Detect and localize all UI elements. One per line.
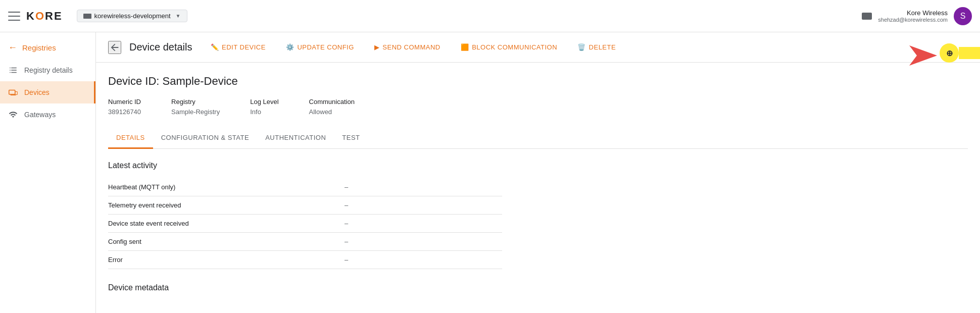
device-content: Device ID: Sample-Device Numeric ID 3891… bbox=[96, 63, 980, 313]
activity-value: – bbox=[345, 215, 502, 233]
table-row: Heartbeat (MQTT only)– bbox=[108, 178, 502, 196]
project-icon bbox=[83, 14, 91, 19]
latest-activity-section: Latest activity Heartbeat (MQTT only)–Te… bbox=[108, 161, 968, 269]
activity-value: – bbox=[345, 178, 502, 196]
device-meta: Numeric ID 389126740 Registry Sample-Reg… bbox=[108, 98, 968, 116]
registry-field: Registry Sample-Registry bbox=[171, 98, 220, 116]
user-info: Kore Wireless shehzad@korewireless.com bbox=[878, 9, 948, 23]
activity-table: Heartbeat (MQTT only)–Telemetry event re… bbox=[108, 178, 502, 269]
svg-rect-2 bbox=[10, 70, 11, 71]
registries-label: Registries bbox=[22, 43, 56, 52]
activity-value: – bbox=[345, 233, 502, 251]
back-arrow-icon: ← bbox=[8, 42, 17, 53]
device-icon bbox=[862, 13, 872, 20]
sidebar-item-devices[interactable]: Devices bbox=[0, 81, 95, 103]
sidebar-label-registry-details: Registry details bbox=[24, 66, 73, 74]
hamburger-menu-icon[interactable] bbox=[8, 10, 20, 22]
activity-label: Error bbox=[108, 251, 345, 269]
block-communication-button[interactable]: 🟧 BLOCK COMMUNICATION bbox=[455, 40, 563, 54]
sub-header: Device details ✏️ EDIT DEVICE ⚙️ UPDATE … bbox=[96, 32, 980, 63]
device-id-title: Device ID: Sample-Device bbox=[108, 75, 968, 88]
user-avatar[interactable]: S bbox=[954, 7, 972, 25]
communication-field: Communication Allowed bbox=[309, 98, 355, 116]
delete-button[interactable]: 🗑️ DELETE bbox=[571, 40, 622, 54]
latest-activity-title: Latest activity bbox=[108, 161, 968, 170]
gateway-icon bbox=[8, 110, 18, 120]
activity-label: Heartbeat (MQTT only) bbox=[108, 178, 345, 196]
log-level-field: Log Level Info bbox=[250, 98, 278, 116]
project-selector[interactable]: korewireless-development ▼ bbox=[77, 10, 187, 22]
table-row: Config sent– bbox=[108, 233, 502, 251]
activity-value: – bbox=[345, 196, 502, 215]
table-row: Error– bbox=[108, 251, 502, 269]
table-row: Device state event received– bbox=[108, 215, 502, 233]
svg-rect-0 bbox=[10, 68, 11, 69]
numeric-id-field: Numeric ID 389126740 bbox=[108, 98, 141, 116]
user-section: Kore Wireless shehzad@korewireless.com S bbox=[862, 7, 972, 25]
svg-rect-7 bbox=[10, 91, 14, 93]
list-icon bbox=[8, 65, 18, 75]
tab-configuration-state[interactable]: CONFIGURATION & STATE bbox=[153, 128, 257, 149]
tab-details[interactable]: DETAILS bbox=[108, 128, 153, 149]
svg-rect-3 bbox=[11, 70, 17, 71]
table-row: Telemetry event received– bbox=[108, 196, 502, 215]
top-header: KORE korewireless-development ▼ Kore Wir… bbox=[0, 0, 980, 32]
sidebar-label-devices: Devices bbox=[24, 88, 50, 96]
device-metadata-title: Device metadata bbox=[108, 283, 968, 292]
chevron-down-icon: ▼ bbox=[176, 13, 181, 19]
devices-icon bbox=[8, 87, 18, 97]
sidebar-item-registry-details[interactable]: Registry details bbox=[0, 59, 95, 81]
content-area: Device details ✏️ EDIT DEVICE ⚙️ UPDATE … bbox=[96, 32, 980, 313]
block-icon: 🟧 bbox=[461, 43, 469, 51]
sidebar-item-gateways[interactable]: Gateways bbox=[0, 103, 95, 126]
sidebar-registries-back[interactable]: ← Registries bbox=[0, 36, 95, 59]
settings-icon: ⚙️ bbox=[286, 43, 295, 51]
logo: KORE bbox=[26, 10, 63, 23]
send-icon: ▶ bbox=[374, 43, 380, 51]
update-config-button[interactable]: ⚙️ UPDATE CONFIG bbox=[280, 40, 360, 54]
page-title: Device details bbox=[129, 41, 192, 53]
sidebar: ← Registries Registry details Devices Ga… bbox=[0, 32, 96, 313]
tabs: DETAILS CONFIGURATION & STATE AUTHENTICA… bbox=[108, 128, 968, 149]
send-command-button[interactable]: ▶ SEND COMMAND bbox=[368, 40, 447, 54]
project-name: korewireless-development bbox=[94, 12, 171, 20]
user-email: shehzad@korewireless.com bbox=[878, 17, 948, 23]
svg-rect-4 bbox=[10, 72, 11, 73]
device-metadata-section: Device metadata bbox=[108, 283, 968, 292]
delete-icon: 🗑️ bbox=[577, 43, 586, 51]
activity-label: Config sent bbox=[108, 233, 345, 251]
tab-test[interactable]: TEST bbox=[334, 128, 368, 149]
svg-rect-5 bbox=[11, 72, 17, 73]
activity-value: – bbox=[345, 251, 502, 269]
user-name: Kore Wireless bbox=[878, 9, 948, 17]
activity-label: Telemetry event received bbox=[108, 196, 345, 215]
activity-label: Device state event received bbox=[108, 215, 345, 233]
sidebar-label-gateways: Gateways bbox=[24, 111, 56, 119]
edit-icon: ✏️ bbox=[211, 43, 219, 51]
svg-rect-1 bbox=[11, 68, 17, 69]
edit-device-button[interactable]: ✏️ EDIT DEVICE bbox=[205, 40, 272, 54]
main-layout: ← Registries Registry details Devices Ga… bbox=[0, 32, 980, 313]
back-button[interactable] bbox=[108, 41, 121, 54]
tab-authentication[interactable]: AUTHENTICATION bbox=[257, 128, 334, 149]
